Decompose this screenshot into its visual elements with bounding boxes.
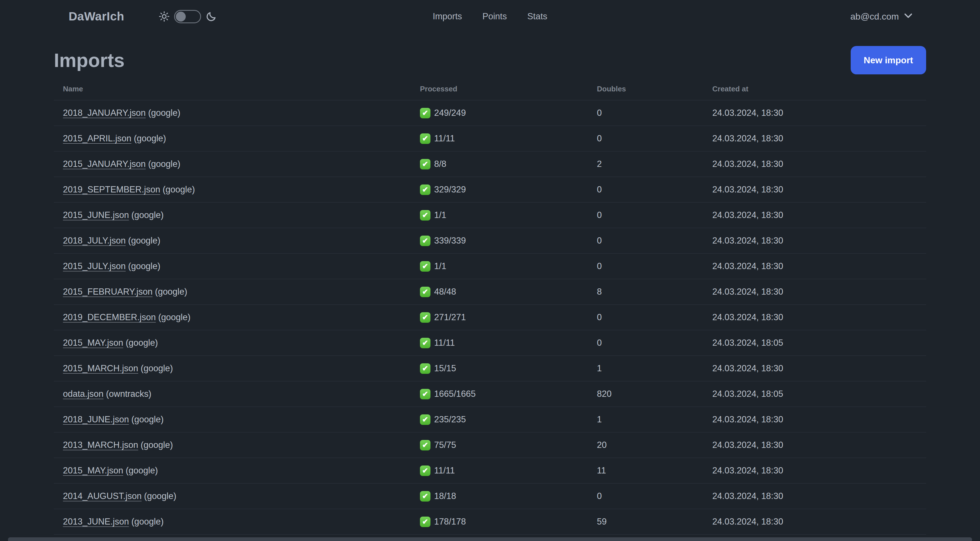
created-at-cell: 24.03.2024, 18:30: [712, 210, 926, 220]
table-row: 2015_MARCH.json (google) ✔ 15/15 1 24.03…: [54, 356, 926, 381]
import-source: (owntracks): [106, 389, 151, 399]
success-check-icon: ✔: [420, 185, 430, 195]
name-cell: 2015_JUNE.json (google): [54, 210, 420, 220]
import-file-link[interactable]: 2015_JANUARY.json: [63, 159, 146, 169]
created-at-cell: 24.03.2024, 18:30: [712, 440, 926, 450]
doubles-cell: 20: [597, 440, 712, 450]
theme-toggle-group: [159, 10, 217, 23]
name-cell: 2019_DECEMBER.json (google): [54, 312, 420, 322]
table-body: 2018_JANUARY.json (google) ✔ 249/249 0 2…: [54, 101, 926, 535]
import-file-link[interactable]: 2015_MAY.json: [63, 466, 123, 476]
table-row: 2014_AUGUST.json (google) ✔ 18/18 0 24.0…: [54, 484, 926, 509]
created-at-cell: 24.03.2024, 18:30: [712, 236, 926, 246]
success-check-icon: ✔: [420, 414, 430, 425]
doubles-cell: 0: [597, 236, 712, 246]
import-file-link[interactable]: 2015_JUNE.json: [63, 210, 129, 220]
imports-table: Name Processed Doubles Created at 2018_J…: [54, 78, 926, 541]
processed-count: 1/1: [434, 261, 446, 271]
processed-count: 18/18: [434, 491, 456, 501]
table-row: 2013_MARCH.json (google) ✔ 75/75 20 24.0…: [54, 432, 926, 458]
processed-count: 11/11: [434, 466, 455, 476]
import-file-link[interactable]: 2019_SEPTEMBER.json: [63, 185, 160, 195]
name-cell: 2013_MARCH.json (google): [54, 440, 420, 450]
doubles-cell: 11: [597, 466, 712, 476]
toggle-knob: [176, 12, 186, 22]
import-file-link[interactable]: 2015_MAY.json: [63, 338, 123, 348]
import-file-link[interactable]: 2013_JUNE.json: [63, 517, 129, 527]
import-source: (google): [131, 414, 164, 425]
created-at-cell: 24.03.2024, 18:05: [712, 338, 926, 348]
success-check-icon: ✔: [420, 312, 430, 323]
success-check-icon: ✔: [420, 108, 430, 118]
doubles-cell: 0: [597, 133, 712, 144]
import-file-link[interactable]: 2018_JUNE.json: [63, 414, 129, 425]
import-file-link[interactable]: 2014_AUGUST.json: [63, 491, 142, 501]
table-row: 2015_JULY.json (google) ✔ 1/1 0 24.03.20…: [54, 254, 926, 279]
nav-item-points[interactable]: Points: [482, 11, 507, 22]
processed-cell: ✔ 75/75: [420, 440, 597, 450]
name-cell: 2015_FEBRUARY.json (google): [54, 287, 420, 297]
created-at-cell: 24.03.2024, 18:30: [712, 287, 926, 297]
top-navbar: DaWarIch Imports Points: [0, 0, 980, 33]
success-check-icon: ✔: [420, 159, 430, 169]
name-cell: 2015_MAY.json (google): [54, 338, 420, 348]
doubles-cell: 0: [597, 312, 712, 322]
processed-count: 235/235: [434, 414, 466, 425]
import-source: (google): [128, 236, 161, 246]
processed-count: 15/15: [434, 363, 456, 373]
success-check-icon: ✔: [420, 466, 430, 476]
processed-count: 329/329: [434, 185, 466, 195]
table-row: 2019_DECEMBER.json (google) ✔ 271/271 0 …: [54, 305, 926, 330]
import-file-link[interactable]: 2015_MARCH.json: [63, 363, 138, 373]
page-title: Imports: [54, 51, 124, 70]
import-file-link[interactable]: 2018_JANUARY.json: [63, 108, 146, 118]
table-row: 2015_JUNE.json (google) ✔ 1/1 0 24.03.20…: [54, 203, 926, 228]
column-header-name: Name: [54, 85, 420, 93]
user-menu[interactable]: ab@cd.com: [850, 11, 913, 22]
import-file-link[interactable]: 2015_FEBRUARY.json: [63, 287, 153, 297]
doubles-cell: 1: [597, 414, 712, 425]
horizontal-scrollbar-thumb[interactable]: [8, 537, 972, 541]
name-cell: 2019_SEPTEMBER.json (google): [54, 185, 420, 195]
imports-page: Imports New import Name Processed Double…: [0, 45, 980, 541]
created-at-cell: 24.03.2024, 18:30: [712, 414, 926, 425]
import-source: (google): [148, 108, 180, 118]
import-file-link[interactable]: 2019_DECEMBER.json: [63, 312, 156, 322]
nav-item-stats[interactable]: Stats: [527, 11, 547, 22]
import-source: (google): [158, 312, 191, 322]
doubles-cell: 0: [597, 185, 712, 195]
processed-cell: ✔ 11/11: [420, 133, 597, 144]
processed-count: 339/339: [434, 236, 466, 246]
new-import-button[interactable]: New import: [851, 46, 926, 74]
import-file-link[interactable]: 2018_JULY.json: [63, 236, 126, 246]
import-file-link[interactable]: odata.json: [63, 389, 103, 399]
main-nav: Imports Points Stats: [433, 0, 547, 33]
import-file-link[interactable]: 2013_MARCH.json: [63, 440, 138, 450]
app-logo[interactable]: DaWarIch: [68, 10, 124, 23]
table-row: 2015_MAY.json (google) ✔ 11/11 0 24.03.2…: [54, 330, 926, 356]
name-cell: odata.json (owntracks): [54, 389, 420, 399]
processed-cell: ✔ 271/271: [420, 312, 597, 323]
theme-toggle-switch[interactable]: [174, 10, 201, 23]
import-source: (google): [148, 159, 180, 169]
processed-count: 48/48: [434, 287, 456, 297]
name-cell: 2015_JULY.json (google): [54, 261, 420, 271]
processed-count: 11/11: [434, 338, 455, 348]
column-header-created-at: Created at: [712, 85, 926, 93]
nav-item-imports[interactable]: Imports: [433, 11, 462, 22]
created-at-cell: 24.03.2024, 18:05: [712, 389, 926, 399]
moon-icon: [205, 11, 217, 22]
processed-count: 11/11: [434, 133, 455, 144]
processed-cell: ✔ 235/235: [420, 414, 597, 425]
processed-cell: ✔ 178/178: [420, 517, 597, 527]
import-file-link[interactable]: 2015_JULY.json: [63, 261, 126, 271]
success-check-icon: ✔: [420, 389, 430, 399]
processed-cell: ✔ 8/8: [420, 159, 597, 169]
doubles-cell: 8: [597, 287, 712, 297]
success-check-icon: ✔: [420, 287, 430, 297]
import-file-link[interactable]: 2015_APRIL.json: [63, 133, 131, 143]
column-header-doubles: Doubles: [597, 85, 712, 93]
processed-cell: ✔ 1665/1665: [420, 389, 597, 399]
table-header-row: Name Processed Doubles Created at: [54, 78, 926, 101]
processed-cell: ✔ 18/18: [420, 491, 597, 501]
